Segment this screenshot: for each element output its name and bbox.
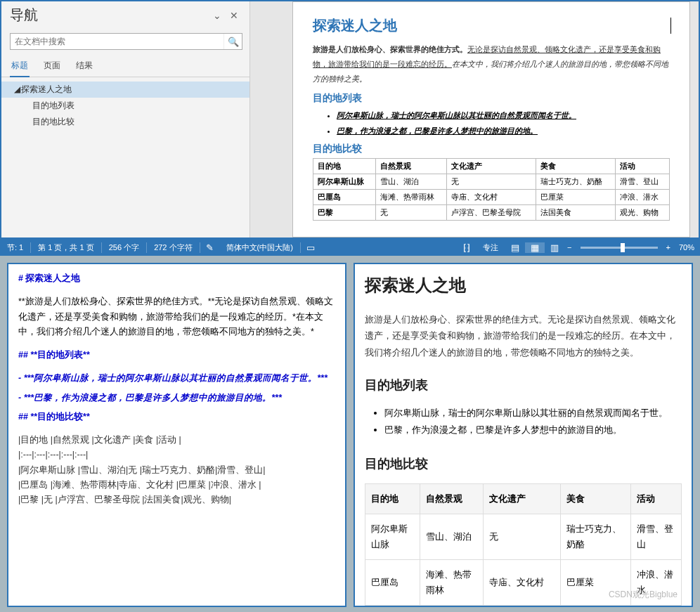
search-input[interactable] bbox=[11, 34, 223, 49]
doc-heading-2: 目的地列表 bbox=[313, 92, 670, 105]
td: 雪山、湖泊 bbox=[376, 174, 447, 189]
td: 巴厘菜 bbox=[536, 189, 616, 204]
md-h2: ## **目的地比较** bbox=[18, 410, 335, 424]
table-row: 巴黎无卢浮宫、巴黎圣母院法国美食观光、购物 bbox=[365, 606, 682, 608]
tab-headings[interactable]: 标题 bbox=[10, 56, 30, 77]
html-h2: 目的地列表 bbox=[365, 375, 682, 396]
th: 美食 bbox=[561, 483, 631, 514]
doc-heading-1: 探索迷人之地 bbox=[313, 16, 670, 35]
zoom-slider[interactable] bbox=[581, 247, 658, 249]
td: 巴黎 bbox=[365, 606, 420, 608]
html-paragraph: 旅游是人们放松身心、探索世界的绝佳方式。无论是探访自然景观、领略文化遗产，还是享… bbox=[365, 311, 682, 360]
tab-pages[interactable]: 页面 bbox=[42, 56, 62, 77]
md-row: |巴厘岛 |海滩、热带雨林|寺庙、文化村 |巴厘菜 |冲浪、潜水 | bbox=[18, 478, 335, 493]
search-box: 🔍 bbox=[10, 33, 242, 50]
bold-text: 旅游是人们放松身心、探索世界的绝佳方式。 bbox=[313, 45, 467, 53]
read-mode-icon[interactable]: ▤ bbox=[505, 242, 525, 253]
td: 海滩、热带雨林 bbox=[420, 559, 484, 605]
td: 冲浪、潜水 bbox=[616, 189, 670, 204]
word-window: 导航 ⌄ ✕ 🔍 标题 页面 结果 ◢探索迷人之地 目的地列表 目的地比较 探索… bbox=[0, 0, 700, 239]
document-area: 探索迷人之地 旅游是人们放松身心、探索世界的绝佳方式。无论是探访自然景观、领略文… bbox=[250, 1, 699, 237]
tree-item-root[interactable]: ◢探索迷人之地 bbox=[1, 82, 249, 98]
tab-results[interactable]: 结果 bbox=[74, 56, 94, 77]
td: 雪山、湖泊 bbox=[420, 514, 484, 559]
status-section[interactable]: 节: 1 bbox=[0, 242, 31, 253]
spellcheck-icon[interactable]: ✎ bbox=[200, 242, 219, 253]
td: 无 bbox=[447, 174, 536, 189]
close-icon[interactable]: ✕ bbox=[226, 10, 242, 21]
td: 无 bbox=[376, 204, 447, 220]
status-page[interactable]: 第 1 页，共 1 页 bbox=[31, 242, 101, 253]
table-row: 巴黎无卢浮宫、巴黎圣母院法国美食观光、购物 bbox=[313, 204, 670, 220]
html-preview-panel: 探索迷人之地 旅游是人们放松身心、探索世界的绝佳方式。无论是探访自然景观、领略文… bbox=[354, 263, 693, 607]
td: 观光、购物 bbox=[616, 204, 670, 220]
table-row: 巴厘岛海滩、热带雨林寺庙、文化村巴厘菜冲浪、潜水 bbox=[313, 189, 670, 204]
th: 文化遗产 bbox=[484, 483, 561, 514]
document-page[interactable]: 探索迷人之地 旅游是人们放松身心、探索世界的绝佳方式。无论是探访自然景观、领略文… bbox=[292, 1, 690, 237]
markdown-panel: # 探索迷人之地 **旅游是人们放松身心、探索世界的绝佳方式。**无论是探访自然… bbox=[7, 263, 346, 607]
accessibility-icon[interactable]: ▭ bbox=[301, 242, 320, 253]
td: 法国美食 bbox=[561, 606, 631, 608]
td: 滑雪、登山 bbox=[631, 514, 682, 559]
doc-heading-2: 目的地比较 bbox=[313, 143, 670, 155]
status-bar: 节: 1 第 1 页，共 1 页 256 个字 272 个字符 ✎ 简体中文(中… bbox=[0, 239, 700, 256]
watermark: CSDN观光Bigblue bbox=[609, 587, 678, 601]
search-icon[interactable]: 🔍 bbox=[223, 34, 242, 49]
td: 观光、购物 bbox=[631, 606, 682, 608]
tree-item-child[interactable]: 目的地列表 bbox=[1, 98, 249, 114]
td: 无 bbox=[420, 606, 484, 608]
md-paragraph: **旅游是人们放松身心、探索世界的绝佳方式。**无论是探访自然景观、领略文化遗产… bbox=[18, 294, 335, 339]
th: 自然景观 bbox=[420, 483, 484, 514]
web-layout-icon[interactable]: ▥ bbox=[545, 242, 564, 253]
doc-paragraph: 旅游是人们放松身心、探索世界的绝佳方式。无论是探访自然景观、领略文化遗产，还是享… bbox=[313, 42, 670, 86]
table-row: 目的地自然景观文化遗产美食活动 bbox=[365, 483, 682, 514]
th: 自然景观 bbox=[376, 158, 447, 174]
nav-title: 导航 bbox=[10, 6, 209, 25]
td: 巴厘岛 bbox=[365, 559, 420, 605]
td: 无 bbox=[484, 514, 561, 559]
td: 法国美食 bbox=[536, 204, 616, 220]
list-item: 巴黎，作为浪漫之都，巴黎是许多人梦想中的旅游目的地。 bbox=[384, 422, 682, 439]
md-row: |阿尔卑斯山脉 |雪山、湖泊|无 |瑞士巧克力、奶酪|滑雪、登山| bbox=[18, 463, 335, 478]
table-row: 目的地 自然景观 文化遗产 美食 活动 bbox=[313, 158, 670, 174]
print-layout-icon[interactable]: ▦ bbox=[525, 242, 545, 253]
td: 巴黎 bbox=[313, 204, 376, 220]
md-text: **旅游是人们放松身心、探索世界的绝佳方式。**无论是探访自然景观、领略文化遗产… bbox=[18, 297, 333, 337]
md-row: |巴黎 |无 |卢浮宫、巴黎圣母院 |法国美食|观光、购物| bbox=[18, 493, 335, 507]
list-item: 阿尔卑斯山脉，瑞士的阿尔卑斯山脉以其壮丽的自然景观而闻名于世。 bbox=[384, 405, 682, 422]
table-row: 阿尔卑斯山脉雪山、湖泊无瑞士巧克力、奶酪滑雪、登山 bbox=[313, 174, 670, 189]
zoom-in-button[interactable]: + bbox=[663, 243, 673, 252]
th: 目的地 bbox=[365, 483, 420, 514]
html-h2: 目的地比较 bbox=[365, 453, 682, 475]
zoom-level[interactable]: 70% bbox=[673, 243, 700, 252]
tree-label: 探索迷人之地 bbox=[21, 84, 72, 94]
bottom-panels: # 探索迷人之地 **旅游是人们放松身心、探索世界的绝佳方式。**无论是探访自然… bbox=[0, 256, 700, 612]
zoom-out-button[interactable]: − bbox=[564, 243, 574, 252]
status-chars[interactable]: 272 个字符 bbox=[147, 242, 200, 253]
th: 文化遗产 bbox=[447, 158, 536, 174]
focus-icon[interactable]: ⁅⁆ bbox=[458, 242, 476, 253]
md-list-item: - ***巴黎，作为浪漫之都，巴黎是许多人梦想中的旅游目的地。*** bbox=[18, 391, 335, 405]
md-h1: # 探索迷人之地 bbox=[18, 271, 335, 286]
tree-item-child[interactable]: 目的地比较 bbox=[1, 114, 249, 130]
td: 卢浮宫、巴黎圣母院 bbox=[484, 606, 561, 608]
table-row: 阿尔卑斯山脉雪山、湖泊无瑞士巧克力、奶酪滑雪、登山 bbox=[365, 514, 682, 559]
td: 寺庙、文化村 bbox=[484, 559, 561, 605]
md-row: |:---|:---|:---|:---|:---| bbox=[18, 448, 335, 462]
th: 活动 bbox=[616, 158, 670, 174]
td: 瑞士巧克力、奶酪 bbox=[561, 514, 631, 559]
td: 阿尔卑斯山脉 bbox=[365, 514, 420, 559]
td: 海滩、热带雨林 bbox=[376, 189, 447, 204]
nav-tabs: 标题 页面 结果 bbox=[1, 56, 249, 77]
chevron-down-icon[interactable]: ⌄ bbox=[209, 10, 226, 21]
status-words[interactable]: 256 个字 bbox=[102, 242, 147, 253]
md-table: |目的地 |自然景观 |文化遗产 |美食 |活动 | |:---|:---|:-… bbox=[18, 433, 335, 507]
td: 寺庙、文化村 bbox=[447, 189, 536, 204]
th: 美食 bbox=[536, 158, 616, 174]
status-language[interactable]: 简体中文(中国大陆) bbox=[219, 242, 301, 253]
zoom-thumb[interactable] bbox=[621, 243, 625, 252]
td: 巴厘岛 bbox=[313, 189, 376, 204]
status-focus[interactable]: 专注 bbox=[476, 242, 505, 253]
outline-tree: ◢探索迷人之地 目的地列表 目的地比较 bbox=[1, 77, 249, 134]
html-list: 阿尔卑斯山脉，瑞士的阿尔卑斯山脉以其壮丽的自然景观而闻名于世。 巴黎，作为浪漫之… bbox=[365, 405, 682, 439]
